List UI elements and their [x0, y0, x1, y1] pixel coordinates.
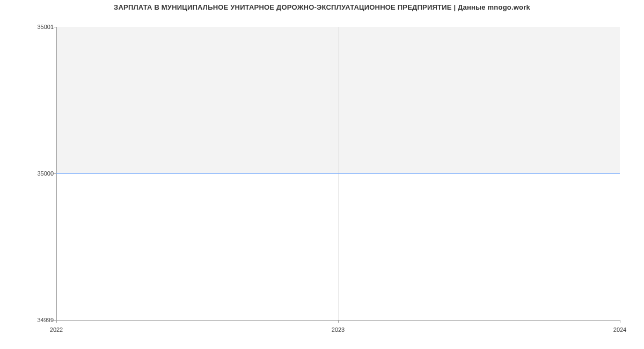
- y-tick: [54, 173, 56, 174]
- chart-title: ЗАРПЛАТА В МУНИЦИПАЛЬНОЕ УНИТАРНОЕ ДОРОЖ…: [0, 3, 644, 11]
- x-tick-label: 2023: [332, 326, 345, 333]
- chart-container: ЗАРПЛАТА В МУНИЦИПАЛЬНОЕ УНИТАРНОЕ ДОРОЖ…: [0, 0, 644, 349]
- y-tick: [54, 27, 56, 27]
- x-tick: [338, 320, 339, 323]
- x-tick: [56, 320, 57, 323]
- x-tick-label: 2024: [613, 326, 626, 333]
- y-tick-label: 35001: [5, 24, 54, 30]
- x-tick-label: 2022: [50, 326, 63, 333]
- y-tick-label: 34999: [5, 317, 54, 323]
- x-tick: [620, 320, 620, 323]
- series-line: [56, 173, 620, 174]
- y-tick-label: 35000: [5, 170, 54, 177]
